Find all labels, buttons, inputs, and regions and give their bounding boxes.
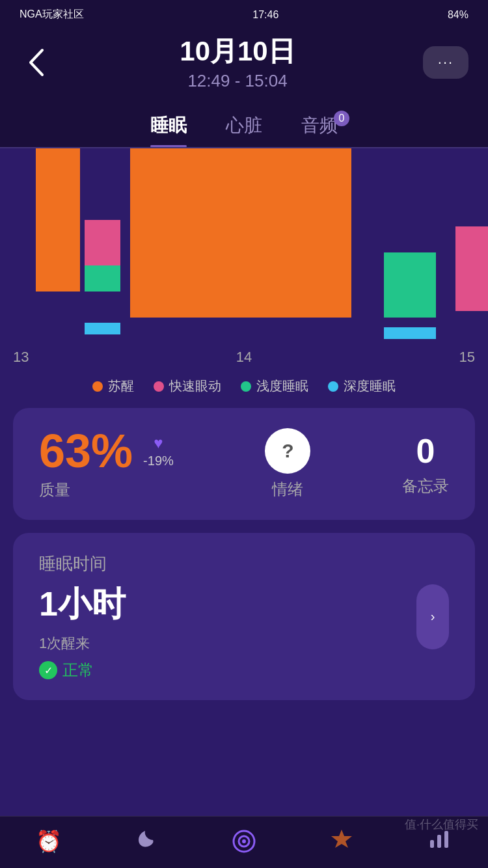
quality-label: 质量 (39, 480, 70, 500)
legend-label-rem: 快速眼动 (169, 377, 221, 395)
nav-item-tracking[interactable] (205, 828, 283, 854)
legend-dot-deep (328, 381, 338, 392)
legend-dot-rem (154, 381, 164, 392)
tab-sleep[interactable]: 睡眠 (150, 104, 187, 147)
quality-change-value: -19% (143, 454, 174, 468)
svg-rect-13 (430, 840, 434, 848)
header: 10月10日 12:49 - 15:04 ··· (0, 27, 488, 104)
nav-item-goals[interactable] (303, 827, 381, 855)
quality-change: ♥ -19% (143, 434, 174, 468)
svg-rect-6 (384, 252, 436, 318)
header-center: 10月10日 12:49 - 15:04 (180, 33, 295, 91)
more-button[interactable]: ··· (423, 46, 468, 79)
quality-percent: 63% (39, 427, 133, 474)
status-check-icon: ✓ (39, 661, 57, 679)
legend-deep: 深度睡眠 (328, 377, 396, 395)
notes-label: 备忘录 (402, 476, 449, 496)
carrier-label: NGA玩家社区 (20, 8, 84, 21)
goals-icon (330, 827, 353, 855)
svg-rect-15 (444, 831, 448, 848)
header-time-range: 12:49 - 15:04 (180, 71, 295, 91)
stats-card: 63% ♥ -19% 质量 ? 情绪 0 备忘录 (13, 408, 475, 520)
legend-rem: 快速眼动 (154, 377, 221, 395)
bottom-nav: ⏰ 值 (0, 816, 488, 868)
moon-icon (135, 827, 158, 855)
nav-item-alarm[interactable]: ⏰ (10, 829, 88, 854)
legend-label-deep: 深度睡眠 (344, 377, 396, 395)
tab-audio-badge: 0 (334, 111, 349, 126)
sleep-info: 睡眠时间 1小时 1次醒来 ✓ 正常 (39, 552, 126, 681)
quality-row: 63% ♥ -19% (39, 427, 174, 474)
status-text: 正常 (62, 660, 94, 681)
mood-icon: ? (282, 440, 293, 462)
stat-notes[interactable]: 0 备忘录 (402, 431, 449, 496)
mood-icon-circle: ? (265, 428, 310, 474)
sleep-chart (0, 148, 488, 344)
back-button[interactable] (20, 46, 52, 79)
svg-rect-4 (85, 323, 120, 334)
chart-svg (0, 148, 488, 344)
svg-rect-1 (36, 148, 80, 292)
header-date: 10月10日 (180, 33, 295, 70)
heart-icon: ♥ (154, 434, 163, 452)
legend-label-light: 浅度睡眠 (256, 377, 308, 395)
tracking-icon (231, 828, 257, 854)
chart-label-13: 13 (13, 349, 29, 366)
svg-rect-7 (384, 327, 436, 339)
svg-rect-8 (455, 226, 488, 311)
mood-label: 情绪 (272, 479, 303, 500)
legend-light: 浅度睡眠 (241, 377, 308, 395)
svg-rect-5 (130, 148, 351, 318)
tab-bar: 睡眠 心脏 音频 0 (0, 104, 488, 147)
sleep-duration: 1小时 (39, 582, 126, 627)
svg-point-11 (242, 839, 246, 843)
chart-label-15: 15 (459, 349, 475, 366)
tab-heart[interactable]: 心脏 (226, 104, 262, 147)
notes-value: 0 (416, 431, 435, 470)
legend-dot-awake (92, 381, 103, 392)
time-label: 17:46 (252, 9, 278, 21)
chevron-right-icon: › (431, 609, 435, 624)
stat-quality: 63% ♥ -19% 质量 (39, 427, 174, 500)
svg-marker-12 (331, 830, 352, 848)
nav-item-sleep[interactable] (107, 827, 185, 855)
tab-audio[interactable]: 音频 0 (301, 104, 338, 147)
battery-label: 84% (448, 9, 468, 21)
chart-label-14: 14 (236, 349, 252, 366)
stat-mood[interactable]: ? 情绪 (265, 428, 310, 500)
svg-rect-3 (85, 265, 120, 292)
legend-label-awake: 苏醒 (108, 377, 134, 395)
chart-x-labels: 13 14 15 (0, 344, 488, 371)
alarm-icon: ⏰ (36, 829, 62, 854)
svg-rect-14 (437, 835, 441, 848)
sleep-scroll-indicator[interactable]: › (416, 584, 449, 649)
status-bar: NGA玩家社区 17:46 84% (0, 0, 488, 27)
legend-dot-light (241, 381, 251, 392)
chart-legend: 苏醒 快速眼动 浅度睡眠 深度睡眠 (0, 371, 488, 408)
sleep-wakeups: 1次醒来 (39, 634, 126, 653)
legend-awake: 苏醒 (92, 377, 134, 395)
chart-section: 13 14 15 苏醒 快速眼动 浅度睡眠 深度睡眠 (0, 148, 488, 408)
sleep-title: 睡眠时间 (39, 552, 126, 575)
watermark: 值·什么值得买 (405, 817, 478, 832)
sleep-status: ✓ 正常 (39, 660, 126, 681)
sleep-card[interactable]: 睡眠时间 1小时 1次醒来 ✓ 正常 › (13, 533, 475, 700)
